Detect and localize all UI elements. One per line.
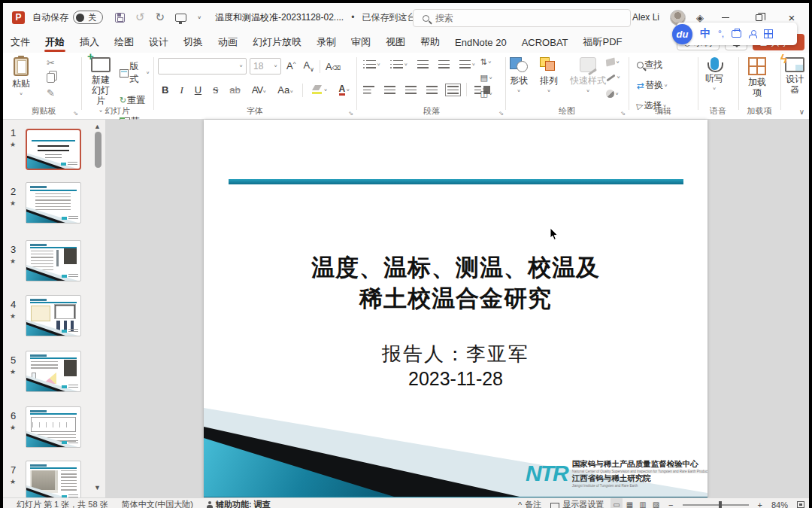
view-reading-icon[interactable]: ▥ xyxy=(639,500,646,508)
autosave-toggle[interactable]: 关 xyxy=(73,11,103,24)
text-direction-button[interactable]: ⇅∨ xyxy=(477,56,495,68)
notes-button[interactable]: ^备注 xyxy=(518,499,541,508)
decrease-indent-button[interactable] xyxy=(415,59,431,70)
fit-slide-to-window-icon[interactable] xyxy=(797,501,804,508)
ime-grid-icon[interactable] xyxy=(764,29,773,38)
search-box[interactable] xyxy=(413,9,631,27)
thumbnail-slide-6[interactable] xyxy=(26,406,81,448)
shape-fill-button[interactable]: ∨ xyxy=(604,57,623,67)
character-spacing-button[interactable]: AV∨ xyxy=(250,84,269,96)
shape-effects-button[interactable]: ∨ xyxy=(604,88,623,99)
ime-toolbox-icon[interactable] xyxy=(732,30,741,38)
user-name[interactable]: Alex Li xyxy=(632,12,659,23)
view-slide-sorter-icon[interactable]: ▦ xyxy=(626,500,633,508)
numbering-button[interactable]: ∨ xyxy=(388,59,410,70)
tab-file[interactable]: 文件 xyxy=(3,32,38,53)
align-center-button[interactable] xyxy=(382,84,398,96)
view-normal-icon[interactable]: ▭ xyxy=(613,500,620,508)
layout-button[interactable]: 版式∨ xyxy=(117,59,152,87)
dictate-button[interactable]: 听写 ∨ xyxy=(705,57,723,94)
replace-button[interactable]: ⇄替换∨ xyxy=(635,78,670,93)
tab-record[interactable]: 录制 xyxy=(309,32,344,53)
strikethrough-button[interactable]: S xyxy=(211,84,220,97)
shape-outline-button[interactable]: ∨ xyxy=(604,73,623,82)
gem-icon[interactable]: ◈ xyxy=(696,12,704,23)
copy-icon[interactable] xyxy=(47,73,55,83)
justify-button[interactable] xyxy=(424,84,440,96)
zoom-out-icon[interactable]: − xyxy=(668,500,673,508)
font-size-combo[interactable]: ∨ xyxy=(250,58,281,75)
paste-button[interactable]: 粘贴 ∨ xyxy=(12,57,30,99)
redo-icon[interactable]: ↻ xyxy=(156,11,165,24)
align-left-button[interactable] xyxy=(361,84,377,96)
accessibility-status[interactable]: 辅助功能: 调查 xyxy=(207,499,271,508)
tab-endnote[interactable]: EndNote 20 xyxy=(447,32,514,53)
tab-home[interactable]: 开始 xyxy=(38,32,72,53)
thumbnail-slide-1[interactable] xyxy=(26,129,81,170)
line-spacing-button[interactable]: ∨ xyxy=(457,59,477,70)
start-slideshow-icon[interactable] xyxy=(175,14,186,22)
format-painter-icon[interactable]: ✎ xyxy=(47,87,55,99)
thumbnail-scroll-up-icon[interactable]: ▲ xyxy=(94,123,101,130)
change-case-button[interactable]: Aa∨ xyxy=(275,84,295,96)
tab-foxit[interactable]: 福昕PDF xyxy=(576,32,630,53)
paragraph-dialog-launcher-icon[interactable]: ⇘ xyxy=(498,110,504,117)
thumbnail-slide-4[interactable] xyxy=(26,295,81,336)
slide-date[interactable]: 2023-11-28 xyxy=(204,368,707,390)
tab-draw[interactable]: 绘图 xyxy=(107,32,141,53)
search-input[interactable] xyxy=(435,13,601,23)
ime-mode-chinese[interactable]: 中 xyxy=(700,27,710,41)
language-status[interactable]: 简体中文(中国大陆) xyxy=(122,499,193,508)
smartart-button[interactable]: ◫∨ xyxy=(477,87,495,100)
save-icon[interactable] xyxy=(115,13,125,23)
designer-button[interactable]: ϟ 设计器 xyxy=(785,57,804,95)
grow-font-button[interactable]: A^ xyxy=(284,59,298,72)
undo-icon[interactable]: ↺ xyxy=(135,11,145,24)
qat-customize-chevron-icon[interactable]: ∨ xyxy=(197,15,201,20)
strikethrough-ab-button[interactable]: ab xyxy=(227,84,242,96)
tab-view[interactable]: 视图 xyxy=(378,32,413,53)
thumbnail-scroll-down-icon[interactable]: ▼ xyxy=(94,484,101,491)
quick-styles-button[interactable]: 快速样式 ∨ xyxy=(570,57,606,96)
ime-voice-icon[interactable]: °, xyxy=(718,29,724,39)
distribute-button[interactable] xyxy=(445,84,461,96)
clear-formatting-button[interactable]: A⌫ xyxy=(320,60,343,73)
italic-button[interactable]: I xyxy=(177,84,185,97)
tab-transitions[interactable]: 切换 xyxy=(176,32,211,53)
increase-indent-button[interactable] xyxy=(436,59,452,70)
tab-slideshow[interactable]: 幻灯片放映 xyxy=(245,32,309,53)
clipboard-dialog-launcher-icon[interactable]: ⇘ xyxy=(73,110,78,117)
tab-animations[interactable]: 动画 xyxy=(211,32,245,53)
zoom-level[interactable]: 84% xyxy=(771,500,788,508)
ime-toolbar[interactable]: du 中 °, xyxy=(677,23,797,45)
collapse-ribbon-chevron-icon[interactable]: ∨ xyxy=(799,108,804,116)
align-right-button[interactable] xyxy=(403,84,419,96)
shapes-button[interactable]: 形状 ∨ xyxy=(510,57,528,96)
highlight-color-button[interactable]: ∨ xyxy=(310,85,329,96)
thumbnail-slide-2[interactable] xyxy=(26,182,81,224)
ime-account-icon[interactable] xyxy=(749,30,756,38)
view-slideshow-icon[interactable]: ▨ xyxy=(653,500,659,508)
zoom-slider-thumb[interactable] xyxy=(719,501,722,508)
underline-button[interactable]: U xyxy=(192,84,204,96)
slide-editing-surface[interactable]: 温度、温标、测温、校温及 稀土校温合金研究 报告人：李亚军 2023-11-28… xyxy=(204,120,707,500)
font-name-combo[interactable]: ∨ xyxy=(158,58,247,75)
tab-acrobat[interactable]: ACROBAT xyxy=(514,32,576,53)
tab-review[interactable]: 审阅 xyxy=(344,32,378,53)
document-title[interactable]: 温度和测温校准-20231128-02.... xyxy=(215,11,344,24)
slide-presenter[interactable]: 报告人：李亚军 xyxy=(204,341,707,367)
thumbnail-slide-3[interactable] xyxy=(26,240,81,281)
addins-button[interactable]: 加载项 xyxy=(747,57,767,98)
font-size-input[interactable] xyxy=(253,61,274,71)
bullets-button[interactable]: ∨ xyxy=(361,59,383,70)
drawing-dialog-launcher-icon[interactable]: ⇘ xyxy=(620,110,626,117)
cut-icon[interactable]: ✂ xyxy=(47,57,55,68)
zoom-slider[interactable] xyxy=(683,504,749,506)
font-dialog-launcher-icon[interactable]: ⇘ xyxy=(348,110,353,117)
font-color-button[interactable]: A∨ xyxy=(337,83,353,97)
thumbnail-slide-5[interactable] xyxy=(26,351,81,392)
slide-title[interactable]: 温度、温标、测温、校温及 稀土校温合金研究 xyxy=(204,252,707,314)
tab-help[interactable]: 帮助 xyxy=(413,32,447,53)
baidu-ime-logo[interactable]: du xyxy=(672,24,692,44)
find-button[interactable]: 查找 xyxy=(635,57,670,73)
